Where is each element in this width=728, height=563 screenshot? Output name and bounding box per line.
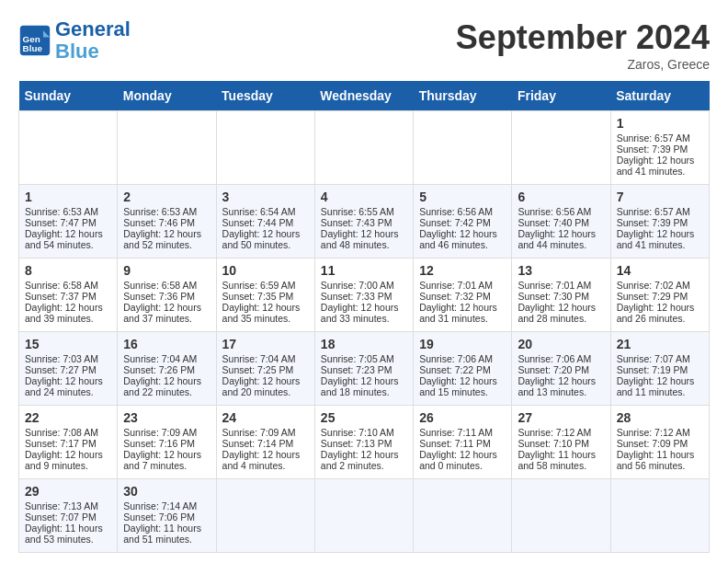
- sunrise-text: Sunrise: 6:58 AM: [25, 280, 98, 291]
- day-number: 9: [123, 263, 210, 278]
- calendar-cell: 21Sunrise: 7:07 AMSunset: 7:19 PMDayligh…: [610, 332, 709, 406]
- calendar-cell: 13Sunrise: 7:01 AMSunset: 7:30 PMDayligh…: [512, 259, 610, 332]
- sunrise-text: Sunrise: 7:06 AM: [419, 353, 493, 364]
- sunrise-text: Sunrise: 7:10 AM: [321, 427, 394, 438]
- week-row-4: 15Sunrise: 7:03 AMSunset: 7:27 PMDayligh…: [19, 332, 710, 406]
- calendar-cell: [512, 111, 610, 185]
- daylight-text: Daylight: 12 hours and 39 minutes.: [25, 302, 103, 324]
- daylight-text: Daylight: 11 hours and 51 minutes.: [123, 523, 201, 545]
- day-number: 6: [518, 190, 604, 204]
- sunset-text: Sunset: 7:29 PM: [617, 291, 688, 302]
- calendar-cell: 29Sunrise: 7:13 AMSunset: 7:07 PMDayligh…: [19, 479, 118, 553]
- calendar-cell: 24Sunrise: 7:09 AMSunset: 7:14 PMDayligh…: [216, 406, 314, 479]
- daylight-text: Daylight: 12 hours and 22 minutes.: [123, 375, 201, 397]
- calendar-cell: 17Sunrise: 7:04 AMSunset: 7:25 PMDayligh…: [216, 332, 314, 406]
- day-number: 27: [518, 410, 604, 425]
- week-row-2: 1Sunrise: 6:53 AMSunset: 7:47 PMDaylight…: [19, 185, 710, 259]
- column-header-friday: Friday: [512, 81, 610, 111]
- logo-text: GeneralBlue: [55, 18, 131, 63]
- sunrise-text: Sunrise: 6:59 AM: [222, 280, 296, 291]
- daylight-text: Daylight: 12 hours and 46 minutes.: [419, 228, 497, 250]
- calendar-cell: [118, 111, 216, 185]
- daylight-text: Daylight: 12 hours and 50 minutes.: [222, 228, 301, 250]
- calendar-cell: 10Sunrise: 6:59 AMSunset: 7:35 PMDayligh…: [216, 259, 314, 332]
- logo: Gen Blue GeneralBlue: [18, 18, 131, 63]
- calendar-cell: [610, 479, 709, 553]
- sunset-text: Sunset: 7:39 PM: [617, 144, 688, 155]
- calendar-cell: 15Sunrise: 7:03 AMSunset: 7:27 PMDayligh…: [19, 332, 118, 406]
- sunset-text: Sunset: 7:44 PM: [222, 217, 294, 228]
- day-number: 25: [321, 410, 407, 425]
- calendar-cell: 26Sunrise: 7:11 AMSunset: 7:11 PMDayligh…: [414, 406, 512, 479]
- column-header-monday: Monday: [118, 81, 216, 111]
- sunrise-text: Sunrise: 7:03 AM: [25, 353, 98, 364]
- daylight-text: Daylight: 12 hours and 24 minutes.: [25, 375, 103, 397]
- column-header-tuesday: Tuesday: [216, 81, 314, 111]
- daylight-text: Daylight: 12 hours and 26 minutes.: [617, 302, 695, 324]
- sunset-text: Sunset: 7:46 PM: [123, 217, 195, 228]
- sunset-text: Sunset: 7:10 PM: [518, 438, 589, 449]
- sunset-text: Sunset: 7:37 PM: [25, 291, 97, 302]
- week-row-3: 8Sunrise: 6:58 AMSunset: 7:37 PMDaylight…: [19, 259, 710, 332]
- day-number: 21: [617, 337, 703, 351]
- sunrise-text: Sunrise: 6:58 AM: [123, 280, 197, 291]
- sunrise-text: Sunrise: 7:11 AM: [419, 427, 493, 438]
- sunset-text: Sunset: 7:40 PM: [518, 217, 589, 228]
- day-number: 22: [25, 410, 111, 425]
- daylight-text: Daylight: 11 hours and 58 minutes.: [518, 449, 596, 471]
- day-number: 1: [617, 116, 703, 131]
- calendar-cell: 7Sunrise: 6:57 AMSunset: 7:39 PMDaylight…: [610, 185, 709, 259]
- sunset-text: Sunset: 7:22 PM: [419, 364, 491, 375]
- daylight-text: Daylight: 12 hours and 20 minutes.: [222, 375, 301, 397]
- day-number: 16: [123, 337, 210, 351]
- daylight-text: Daylight: 12 hours and 4 minutes.: [222, 449, 301, 471]
- sunset-text: Sunset: 7:26 PM: [123, 364, 195, 375]
- column-header-wednesday: Wednesday: [314, 81, 413, 111]
- calendar-cell: 18Sunrise: 7:05 AMSunset: 7:23 PMDayligh…: [314, 332, 413, 406]
- sunset-text: Sunset: 7:14 PM: [222, 438, 294, 449]
- daylight-text: Daylight: 12 hours and 41 minutes.: [617, 228, 695, 250]
- day-number: 23: [123, 410, 210, 425]
- sunrise-text: Sunrise: 6:57 AM: [617, 132, 690, 144]
- sunrise-text: Sunrise: 7:07 AM: [617, 353, 690, 364]
- sunset-text: Sunset: 7:47 PM: [25, 217, 97, 228]
- day-number: 18: [321, 337, 407, 351]
- daylight-text: Daylight: 11 hours and 56 minutes.: [617, 449, 695, 471]
- day-number: 10: [222, 263, 309, 278]
- day-number: 30: [123, 484, 210, 499]
- sunset-text: Sunset: 7:25 PM: [222, 364, 294, 375]
- calendar-table: SundayMondayTuesdayWednesdayThursdayFrid…: [18, 81, 710, 553]
- daylight-text: Daylight: 12 hours and 15 minutes.: [419, 375, 497, 397]
- sunrise-text: Sunrise: 7:13 AM: [25, 500, 98, 511]
- sunset-text: Sunset: 7:32 PM: [419, 291, 491, 302]
- svg-text:Blue: Blue: [23, 43, 43, 53]
- daylight-text: Daylight: 12 hours and 41 minutes.: [617, 155, 695, 177]
- calendar-cell: 3Sunrise: 6:54 AMSunset: 7:44 PMDaylight…: [216, 185, 314, 259]
- day-number: 28: [617, 410, 703, 425]
- calendar-cell: 4Sunrise: 6:55 AMSunset: 7:43 PMDaylight…: [314, 185, 413, 259]
- calendar-cell: 16Sunrise: 7:04 AMSunset: 7:26 PMDayligh…: [118, 332, 216, 406]
- day-number: 5: [419, 190, 506, 204]
- calendar-cell: 6Sunrise: 6:56 AMSunset: 7:40 PMDaylight…: [512, 185, 610, 259]
- column-header-sunday: Sunday: [19, 81, 118, 111]
- calendar-cell: 5Sunrise: 6:56 AMSunset: 7:42 PMDaylight…: [414, 185, 512, 259]
- calendar-cell: [414, 479, 512, 553]
- calendar-cell: 8Sunrise: 6:58 AMSunset: 7:37 PMDaylight…: [19, 259, 118, 332]
- sunrise-text: Sunrise: 7:01 AM: [518, 280, 591, 291]
- sunrise-text: Sunrise: 7:04 AM: [123, 353, 197, 364]
- calendar-cell: 9Sunrise: 6:58 AMSunset: 7:36 PMDaylight…: [118, 259, 216, 332]
- sunset-text: Sunset: 7:30 PM: [518, 291, 589, 302]
- calendar-cell: 1Sunrise: 6:57 AMSunset: 7:39 PMDaylight…: [610, 111, 709, 185]
- sunset-text: Sunset: 7:20 PM: [518, 364, 589, 375]
- calendar-cell: [314, 479, 413, 553]
- calendar-cell: [314, 111, 413, 185]
- daylight-text: Daylight: 12 hours and 18 minutes.: [321, 375, 399, 397]
- daylight-text: Daylight: 12 hours and 28 minutes.: [518, 302, 596, 324]
- day-number: 24: [222, 410, 309, 425]
- sunrise-text: Sunrise: 6:55 AM: [321, 206, 394, 217]
- calendar-cell: 25Sunrise: 7:10 AMSunset: 7:13 PMDayligh…: [314, 406, 413, 479]
- sunrise-text: Sunrise: 7:14 AM: [123, 500, 197, 511]
- daylight-text: Daylight: 12 hours and 48 minutes.: [321, 228, 399, 250]
- day-number: 29: [25, 484, 111, 499]
- calendar-cell: 20Sunrise: 7:06 AMSunset: 7:20 PMDayligh…: [512, 332, 610, 406]
